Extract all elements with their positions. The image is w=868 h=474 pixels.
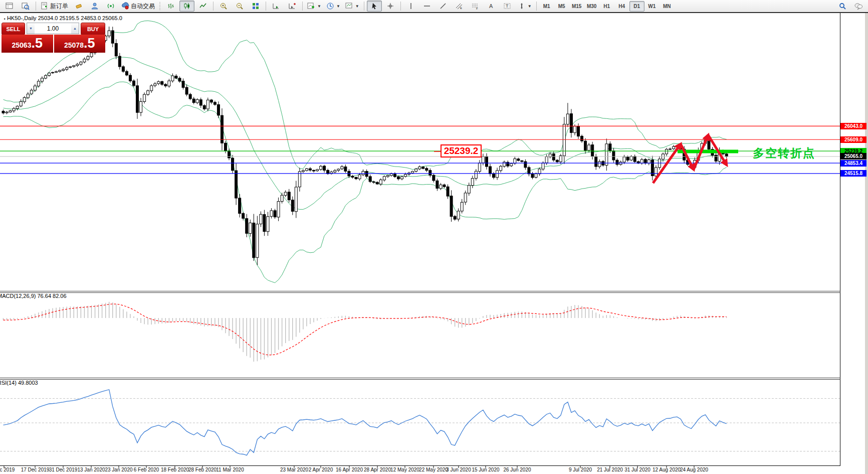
chart-window-button[interactable] bbox=[2, 1, 17, 12]
volume-control: ▼ 1.00 ▲ bbox=[27, 23, 79, 34]
buy-price-main: 25078 bbox=[64, 41, 84, 49]
fibonacci-icon: F bbox=[471, 2, 479, 10]
vertical-line-button[interactable] bbox=[403, 1, 418, 12]
date-axis-label: 18 Feb 2020 bbox=[161, 467, 189, 472]
timeframe-button-m1[interactable]: M1 bbox=[539, 1, 554, 12]
indicators-icon bbox=[307, 2, 315, 10]
date-axis-label: 28 Apr 2020 bbox=[364, 467, 391, 472]
line-chart-button[interactable] bbox=[195, 1, 210, 12]
arrows-button[interactable]: ▼ bbox=[516, 1, 534, 12]
svg-text:T: T bbox=[506, 4, 509, 9]
sell-price-main: 25063 bbox=[12, 41, 32, 49]
timeframe-button-h1[interactable]: H1 bbox=[599, 1, 614, 12]
sell-price-display[interactable]: 25063.5 bbox=[2, 35, 53, 53]
search-button[interactable] bbox=[835, 1, 850, 12]
chinese-annotation[interactable]: 多空转折点 bbox=[753, 145, 815, 161]
buy-button[interactable]: BUY bbox=[81, 23, 105, 35]
timeframe-button-m30[interactable]: M30 bbox=[584, 1, 599, 12]
toolbar-separator bbox=[266, 2, 266, 11]
date-axis-label: 31 Jul 2020 bbox=[624, 467, 650, 472]
templates-icon bbox=[345, 2, 353, 10]
timeframe-button-h4[interactable]: H4 bbox=[614, 1, 629, 12]
tile-windows-button[interactable] bbox=[248, 1, 263, 12]
mt4-window: 新订单 自动交易 ▼ ▼ ▼ E F A T ▼ bbox=[0, 0, 868, 474]
chart-shift-button[interactable] bbox=[285, 1, 300, 12]
zoom-in-button[interactable] bbox=[216, 1, 231, 12]
autotrade-label: 自动交易 bbox=[131, 2, 155, 11]
cursor-button[interactable] bbox=[367, 1, 382, 12]
buy-price-pip: .5 bbox=[84, 36, 95, 51]
buy-price-display[interactable]: 25078.5 bbox=[54, 35, 106, 53]
price-callout-label[interactable]: 25239.2 bbox=[441, 144, 482, 157]
data-window-button[interactable] bbox=[18, 1, 33, 12]
profiles-button[interactable] bbox=[87, 1, 102, 12]
horizontal-line-button[interactable] bbox=[419, 1, 435, 12]
timeframe-group: M1M5M15M30H1H4D1W1MN bbox=[539, 1, 675, 12]
text-label-button[interactable]: T bbox=[500, 1, 515, 12]
equidistant-channel-button[interactable]: E bbox=[452, 1, 467, 12]
text-button[interactable]: A bbox=[484, 1, 499, 12]
toolbar-separator bbox=[364, 2, 364, 11]
sell-button[interactable]: SELL bbox=[2, 23, 25, 35]
bar-chart-icon bbox=[167, 2, 175, 10]
signals-button[interactable] bbox=[103, 1, 118, 12]
date-axis-label: 12 May 2020 bbox=[390, 467, 419, 472]
bar-chart-button[interactable] bbox=[163, 1, 178, 12]
chat-icon bbox=[854, 2, 863, 10]
date-axis-label: 26 Jun 2020 bbox=[503, 467, 531, 472]
volume-up-button[interactable]: ▲ bbox=[71, 23, 79, 34]
autotrade-button[interactable]: 自动交易 bbox=[119, 1, 157, 12]
new-order-icon bbox=[41, 2, 49, 10]
dropdown-caret: ▼ bbox=[528, 4, 532, 9]
date-axis-label: 11 Mar 2020 bbox=[216, 467, 244, 472]
arrows-icon bbox=[518, 2, 526, 10]
new-order-button[interactable]: 新订单 bbox=[39, 1, 70, 12]
chat-button[interactable] bbox=[851, 1, 866, 12]
toolbar-grip[interactable] bbox=[159, 2, 161, 10]
trendline-button[interactable] bbox=[436, 1, 451, 12]
timeframe-button-m15[interactable]: M15 bbox=[569, 1, 584, 12]
text-label-icon: T bbox=[503, 2, 511, 10]
sell-price-pip: .5 bbox=[31, 36, 43, 51]
data-window-icon bbox=[22, 2, 30, 10]
chart-window-icon bbox=[6, 2, 14, 10]
dropdown-caret: ▼ bbox=[317, 4, 321, 9]
eraser-button[interactable] bbox=[71, 1, 86, 12]
rsi-label: RSI(14) 49.8003 bbox=[0, 380, 38, 386]
date-axis-label: 24 Aug 2020 bbox=[680, 467, 708, 472]
autoscroll-button[interactable] bbox=[269, 1, 284, 12]
crosshair-icon bbox=[386, 2, 394, 10]
timeframe-button-m5[interactable]: M5 bbox=[554, 1, 569, 12]
date-axis-label: 31 Dec 2019 bbox=[49, 467, 78, 472]
crosshair-button[interactable] bbox=[383, 1, 398, 12]
timeframe-button-mn[interactable]: MN bbox=[660, 1, 675, 12]
line-chart-icon bbox=[199, 2, 207, 10]
volume-input[interactable]: 1.00 bbox=[35, 23, 71, 34]
periods-button[interactable]: ▼ bbox=[324, 1, 342, 12]
autotrade-icon bbox=[121, 2, 129, 10]
templates-button[interactable]: ▼ bbox=[343, 1, 361, 12]
date-axis-label: 21 Jul 2020 bbox=[597, 467, 623, 472]
text-icon: A bbox=[487, 2, 495, 10]
indicators-button[interactable]: ▼ bbox=[305, 1, 323, 12]
chart-canvas[interactable] bbox=[0, 0, 868, 474]
autoscroll-icon bbox=[272, 2, 280, 10]
date-axis-label: 23 Jan 2020 bbox=[105, 467, 132, 472]
price-level-badge: 25609.0 bbox=[840, 136, 866, 143]
date-axis-label: 2 Apr 2020 bbox=[309, 467, 333, 472]
zoom-out-button[interactable] bbox=[232, 1, 247, 12]
timeframe-button-w1[interactable]: W1 bbox=[644, 1, 660, 12]
candlestick-chart-button[interactable] bbox=[179, 1, 194, 12]
window-scroll-strip[interactable] bbox=[865, 13, 868, 474]
volume-down-button[interactable]: ▼ bbox=[27, 23, 35, 34]
trendline-icon bbox=[439, 2, 447, 10]
toolbar-separator bbox=[400, 2, 401, 11]
date-axis-label: 13 Jan 2020 bbox=[77, 467, 105, 472]
price-axis[interactable] bbox=[840, 13, 865, 474]
fibonacci-button[interactable]: F bbox=[468, 1, 483, 12]
timeframe-button-d1[interactable]: D1 bbox=[629, 1, 644, 12]
periods-clock-icon bbox=[326, 2, 334, 10]
eraser-icon bbox=[75, 2, 83, 10]
tile-windows-icon bbox=[252, 2, 260, 10]
macd-label: MACD(12,26,9) 76.64 82.06 bbox=[0, 293, 67, 299]
